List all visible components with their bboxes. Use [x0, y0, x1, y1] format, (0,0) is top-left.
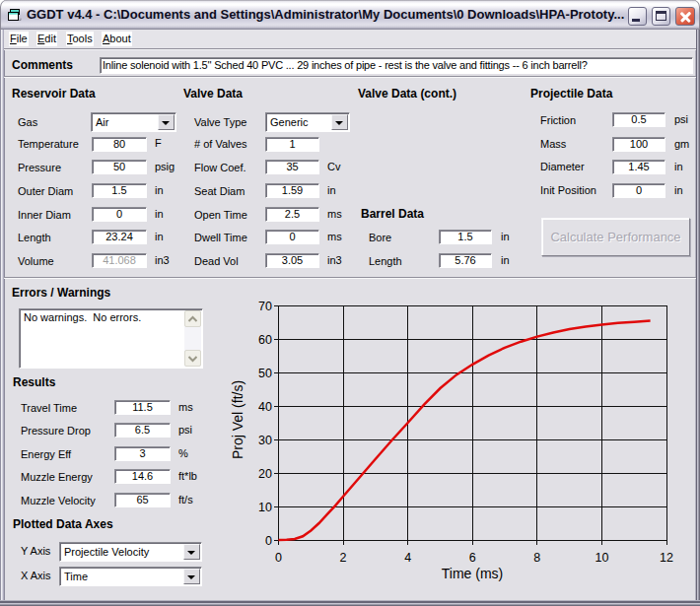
svg-text:Time (ms): Time (ms) — [442, 566, 503, 581]
svg-text:0: 0 — [265, 534, 272, 548]
svg-text:10: 10 — [595, 551, 608, 565]
svg-text:Proj Vel (ft/s): Proj Vel (ft/s) — [230, 380, 245, 459]
svg-text:20: 20 — [258, 467, 272, 481]
svg-text:2: 2 — [340, 551, 347, 565]
svg-text:0: 0 — [275, 551, 282, 565]
svg-text:60: 60 — [258, 333, 272, 347]
svg-text:12: 12 — [660, 551, 673, 565]
svg-text:4: 4 — [404, 551, 411, 565]
svg-text:6: 6 — [469, 551, 476, 565]
svg-text:50: 50 — [258, 367, 272, 380]
svg-text:8: 8 — [533, 551, 540, 565]
svg-text:70: 70 — [258, 300, 272, 313]
svg-text:30: 30 — [258, 434, 272, 447]
svg-text:40: 40 — [258, 400, 272, 414]
svg-text:10: 10 — [258, 501, 272, 514]
